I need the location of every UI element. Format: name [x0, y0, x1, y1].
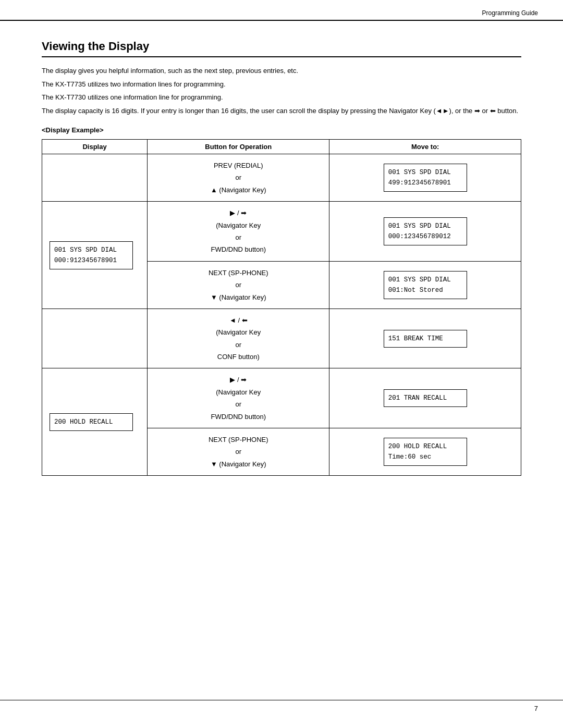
lcd-display: 200 HOLD RECALL [50, 413, 133, 431]
lcd-line: 001 SYS SPD DIAL [54, 245, 128, 255]
display-example-heading: <Display Example> [42, 126, 521, 134]
button-cell: ◄ / ⬅(Navigator KeyorCONF button) [148, 309, 329, 368]
button-cell: NEXT (SP-PHONE)or▼ (Navigator Key) [148, 428, 329, 476]
button-cell: NEXT (SP-PHONE)or▼ (Navigator Key) [148, 261, 329, 309]
moveto-lcd: 151 BREAK TIME [384, 330, 467, 348]
page-footer: 7 [0, 700, 563, 712]
button-cell: ▶ / ➡(Navigator KeyorFWD/DND button) [148, 368, 329, 428]
moveto-line: 001:Not Stored [388, 285, 462, 295]
button-cell: PREV (REDIAL)or▲ (Navigator Key) [148, 154, 329, 202]
button-line: or [155, 171, 322, 183]
moveto-line: 200 HOLD RECALL [388, 441, 462, 452]
table-row: PREV (REDIAL)or▲ (Navigator Key)001 SYS … [42, 154, 521, 202]
intro-line: The KX-T7730 utilizes one information li… [42, 92, 521, 103]
moveto-cell: 001 SYS SPD DIAL000:123456789012 [329, 202, 521, 262]
button-line: (Navigator Key [155, 219, 322, 231]
table-row: ◄ / ⬅(Navigator KeyorCONF button)151 BRE… [42, 309, 521, 368]
moveto-line: 001 SYS SPD DIAL [388, 167, 462, 178]
moveto-lcd: 200 HOLD RECALLTime:60 sec [384, 438, 467, 466]
moveto-line: 499:912345678901 [388, 178, 462, 188]
col-header-button: Button for Operation [148, 140, 329, 154]
button-line: CONF button) [155, 351, 322, 363]
col-header-moveto: Move to: [329, 140, 521, 154]
button-line: or [155, 231, 322, 243]
button-line: or [155, 279, 322, 291]
moveto-lcd: 201 TRAN RECALL [384, 389, 467, 407]
button-line: ▲ (Navigator Key) [155, 184, 322, 196]
display-cell [42, 309, 148, 368]
lcd-display: 001 SYS SPD DIAL000:912345678901 [50, 241, 133, 269]
moveto-cell: 001 SYS SPD DIAL001:Not Stored [329, 261, 521, 309]
intro-line: The display gives you helpful informatio… [42, 66, 521, 76]
moveto-lcd: 001 SYS SPD DIAL000:123456789012 [384, 217, 467, 245]
button-line: FWD/DND button) [155, 243, 322, 255]
button-line: ▼ (Navigator Key) [155, 291, 322, 303]
button-line: ▶ / ➡ [155, 207, 322, 219]
moveto-line: 001 SYS SPD DIAL [388, 275, 462, 285]
lcd-line: 000:912345678901 [54, 255, 128, 266]
moveto-cell: 001 SYS SPD DIAL499:912345678901 [329, 154, 521, 202]
moveto-lcd: 001 SYS SPD DIAL499:912345678901 [384, 164, 467, 192]
col-header-display: Display [42, 140, 148, 154]
display-cell: 001 SYS SPD DIAL000:912345678901 [42, 202, 148, 309]
button-line: ◄ / ⬅ [155, 314, 322, 326]
button-line: FWD/DND button) [155, 411, 322, 423]
button-line: NEXT (SP-PHONE) [155, 267, 322, 279]
button-line: or [155, 398, 322, 410]
section-title: Viewing the Display [42, 40, 521, 57]
button-line: or [155, 339, 322, 351]
page-header: Programming Guide [0, 0, 563, 21]
button-line: or [155, 446, 322, 458]
header-label: Programming Guide [482, 9, 538, 17]
moveto-line: 151 BREAK TIME [388, 334, 462, 344]
table-row: 200 HOLD RECALL▶ / ➡(Navigator KeyorFWD/… [42, 368, 521, 428]
intro-line: The display capacity is 16 digits. If yo… [42, 106, 521, 116]
button-line: PREV (REDIAL) [155, 159, 322, 171]
intro-line: The KX-T7735 utilizes two information li… [42, 79, 521, 90]
moveto-line: 201 TRAN RECALL [388, 393, 462, 403]
page-content: Viewing the Display The display gives yo… [0, 21, 563, 507]
button-cell: ▶ / ➡(Navigator KeyorFWD/DND button) [148, 202, 329, 262]
table-row: 001 SYS SPD DIAL000:912345678901▶ / ➡(Na… [42, 202, 521, 262]
display-cell: 200 HOLD RECALL [42, 368, 148, 476]
moveto-cell: 151 BREAK TIME [329, 309, 521, 368]
button-line: (Navigator Key [155, 326, 322, 338]
button-line: NEXT (SP-PHONE) [155, 434, 322, 446]
button-line: (Navigator Key [155, 386, 322, 398]
moveto-cell: 201 TRAN RECALL [329, 368, 521, 428]
moveto-cell: 200 HOLD RECALLTime:60 sec [329, 428, 521, 476]
lcd-line: 200 HOLD RECALL [54, 417, 128, 427]
display-cell [42, 154, 148, 202]
moveto-line: 001 SYS SPD DIAL [388, 221, 462, 231]
button-line: ▶ / ➡ [155, 374, 322, 386]
intro-container: The display gives you helpful informatio… [42, 66, 521, 116]
moveto-line: 000:123456789012 [388, 231, 462, 242]
button-line: ▼ (Navigator Key) [155, 458, 322, 470]
page-number: 7 [534, 705, 538, 712]
display-table: Display Button for Operation Move to: PR… [42, 139, 521, 476]
moveto-lcd: 001 SYS SPD DIAL001:Not Stored [384, 271, 467, 299]
moveto-line: Time:60 sec [388, 452, 462, 462]
